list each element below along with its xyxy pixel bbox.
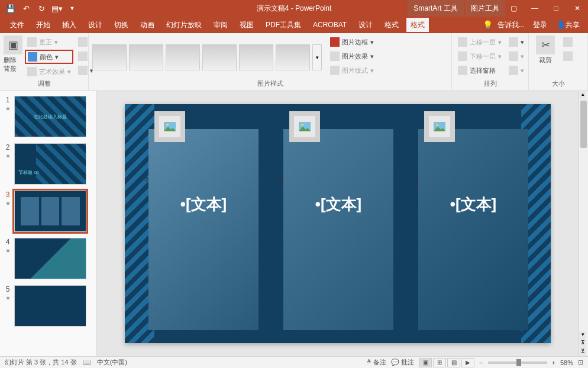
text-placeholder[interactable]: •[文本] bbox=[450, 194, 496, 215]
width-input[interactable] bbox=[561, 50, 575, 63]
tab-pic-format[interactable]: 格式 bbox=[405, 17, 430, 33]
tab-file[interactable]: 文件 bbox=[5, 17, 30, 33]
close-button[interactable]: ✕ bbox=[567, 0, 588, 17]
zoom-in-button[interactable]: + bbox=[552, 359, 555, 366]
sorter-view-button[interactable]: ⊞ bbox=[433, 358, 446, 367]
qat-customize-button[interactable]: ▼ bbox=[65, 1, 79, 15]
maximize-button[interactable]: □ bbox=[545, 0, 567, 17]
anim-star-icon: ★ bbox=[5, 200, 11, 206]
bring-forward-button[interactable]: 上移一层 ▾ bbox=[455, 35, 504, 49]
tab-design[interactable]: 设计 bbox=[83, 17, 108, 33]
start-show-button[interactable]: ▤▾ bbox=[50, 1, 64, 15]
tab-insert[interactable]: 插入 bbox=[57, 17, 82, 33]
zoom-level[interactable]: 58% bbox=[560, 359, 573, 366]
style-item[interactable] bbox=[276, 44, 310, 70]
tellme-input[interactable]: 告诉我... bbox=[495, 17, 527, 33]
zoom-slider[interactable] bbox=[488, 361, 547, 364]
thumbnail-4[interactable]: 4★ bbox=[0, 237, 96, 284]
rotate-handle[interactable]: ⟲ bbox=[141, 176, 150, 235]
zoom-out-button[interactable]: − bbox=[479, 359, 483, 366]
picture-placeholder[interactable] bbox=[289, 111, 320, 142]
style-item[interactable] bbox=[166, 44, 200, 70]
crop-button[interactable]: ✂ 裁剪 bbox=[532, 35, 558, 79]
picture-effects-button[interactable]: 图片效果 ▾ bbox=[328, 50, 376, 63]
smartart-shape-1[interactable]: ⟲ •[文本] bbox=[148, 129, 259, 330]
group-size: ✂ 裁剪 大小 bbox=[529, 33, 588, 91]
vertical-scrollbar[interactable]: ▴ ▾ ⊼ ⊻ bbox=[579, 91, 588, 356]
slide-canvas[interactable]: ⟲ •[文本] ⟲ •[文本] ⟲ •[文本] bbox=[125, 104, 551, 343]
styles-gallery[interactable]: ▾ bbox=[92, 35, 322, 79]
share-button[interactable]: 👤共享 bbox=[553, 17, 583, 33]
scrollbar-thumb[interactable] bbox=[580, 101, 587, 148]
undo-button[interactable]: ↶ bbox=[19, 1, 33, 15]
tab-sa-design[interactable]: 设计 bbox=[353, 17, 378, 33]
color-button[interactable]: 颜色 ▾ bbox=[25, 50, 73, 64]
fit-to-window-button[interactable]: ⊡ bbox=[578, 359, 583, 366]
tab-pdf[interactable]: PDF工具集 bbox=[260, 17, 306, 33]
rotate-handle[interactable]: ⟲ bbox=[411, 176, 419, 235]
group-icon bbox=[509, 51, 518, 61]
width-icon bbox=[563, 51, 573, 61]
pane-icon bbox=[458, 66, 467, 75]
tab-slideshow[interactable]: 幻灯片放映 bbox=[161, 17, 207, 33]
artistic-effects-button[interactable]: 艺术效果 ▾ bbox=[25, 65, 73, 78]
window-title: 演示文稿4 - PowerPoint bbox=[257, 4, 332, 14]
align-button[interactable]: ▾ bbox=[506, 35, 526, 49]
backward-icon bbox=[458, 51, 467, 61]
normal-view-button[interactable]: ▣ bbox=[419, 358, 432, 367]
thumbnail-2[interactable]: 2★ 节标题 01 bbox=[0, 142, 96, 189]
prev-slide-button[interactable]: ⊼ bbox=[579, 340, 586, 348]
slide-thumbnails[interactable]: 1★ 在此处输入标题 2★ 节标题 01 3★ 4★ 5★ bbox=[0, 91, 97, 356]
slideshow-view-button[interactable]: ▶ bbox=[461, 358, 474, 367]
redo-button[interactable]: ↻ bbox=[34, 1, 49, 15]
tab-transitions[interactable]: 切换 bbox=[109, 17, 134, 33]
comments-button[interactable]: 💬 批注 bbox=[391, 358, 414, 367]
scroll-up-button[interactable]: ▴ bbox=[579, 91, 586, 99]
login-button[interactable]: 登录 bbox=[529, 17, 551, 33]
picture-placeholder[interactable] bbox=[424, 111, 455, 142]
height-input[interactable] bbox=[561, 35, 575, 49]
language-indicator[interactable]: 中文(中国) bbox=[97, 358, 127, 367]
thumbnail-3[interactable]: 3★ bbox=[0, 189, 96, 237]
picture-border-button[interactable]: 图片边框 ▾ bbox=[328, 35, 376, 49]
style-item[interactable] bbox=[239, 44, 273, 70]
tab-acrobat[interactable]: ACROBAT bbox=[308, 17, 352, 33]
picture-layout-button[interactable]: 图片版式 ▾ bbox=[328, 64, 376, 77]
style-item[interactable] bbox=[92, 44, 127, 70]
notes-button[interactable]: ≙ 备注 bbox=[366, 358, 386, 367]
selection-pane-button[interactable]: 选择窗格 bbox=[455, 64, 504, 77]
scroll-down-button[interactable]: ▾ bbox=[579, 331, 586, 340]
smartart-shape-2[interactable]: ⟲ •[文本] bbox=[283, 129, 393, 330]
thumbnail-1[interactable]: 1★ 在此处输入标题 bbox=[0, 95, 96, 142]
tab-sa-format[interactable]: 格式 bbox=[379, 17, 404, 33]
tellme-icon: 💡 bbox=[483, 20, 493, 30]
remove-bg-button[interactable]: ▣ 删除背景 bbox=[4, 35, 22, 79]
ribbon-options-button[interactable]: ▢ bbox=[503, 0, 524, 17]
send-backward-button[interactable]: 下移一层 ▾ bbox=[455, 50, 504, 63]
corrections-button[interactable]: 更正 ▾ bbox=[25, 35, 73, 49]
anim-star-icon: ★ bbox=[5, 247, 11, 254]
rotate-button[interactable]: ▾ bbox=[506, 64, 526, 77]
rotate-handle[interactable]: ⟲ bbox=[276, 176, 285, 235]
save-button[interactable]: 💾 bbox=[4, 1, 18, 15]
style-item[interactable] bbox=[129, 44, 163, 70]
tab-view[interactable]: 视图 bbox=[234, 17, 259, 33]
picture-placeholder[interactable] bbox=[154, 111, 185, 142]
styles-more-button[interactable]: ▾ bbox=[312, 44, 322, 70]
next-slide-button[interactable]: ⊻ bbox=[579, 348, 586, 356]
tab-review[interactable]: 审阅 bbox=[208, 17, 233, 33]
text-placeholder[interactable]: •[文本] bbox=[180, 194, 227, 215]
text-placeholder[interactable]: •[文本] bbox=[315, 194, 361, 215]
group-objects-button[interactable]: ▾ bbox=[506, 50, 526, 63]
thumbnail-5[interactable]: 5★ bbox=[0, 284, 96, 331]
minimize-button[interactable]: — bbox=[524, 0, 545, 17]
window-controls: ▢ — □ ✕ bbox=[503, 0, 588, 17]
smartart-shape-3[interactable]: ⟲ •[文本] bbox=[418, 129, 528, 330]
tab-home[interactable]: 开始 bbox=[31, 17, 56, 33]
spellcheck-icon[interactable]: 📖 bbox=[83, 359, 91, 366]
reading-view-button[interactable]: ▤ bbox=[447, 358, 460, 367]
tab-animations[interactable]: 动画 bbox=[135, 17, 160, 33]
style-item[interactable] bbox=[202, 44, 237, 70]
slide-counter[interactable]: 幻灯片 第 3 张，共 14 张 bbox=[5, 358, 77, 367]
zoom-slider-thumb[interactable] bbox=[516, 359, 521, 366]
